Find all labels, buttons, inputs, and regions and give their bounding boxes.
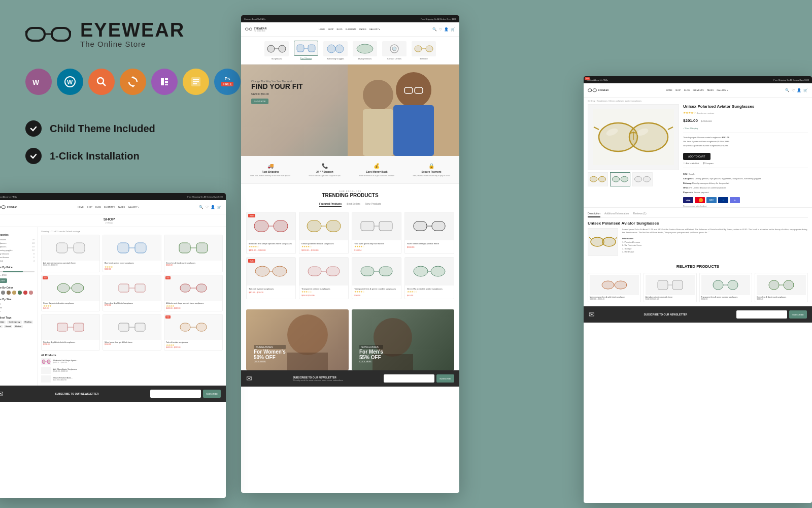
- user-icon[interactable]: 👤: [211, 205, 215, 209]
- all-product-item: Anti Glare Aviator Sunglasses$340.00 - $…: [41, 367, 223, 374]
- detail-email-input[interactable]: [736, 310, 787, 319]
- svg-rect-110: [47, 360, 50, 364]
- product-price: $100.94: [354, 249, 399, 251]
- tag[interactable]: Round: [4, 325, 12, 328]
- refresh-plugin-icon: [120, 69, 146, 95]
- detail-search-icon[interactable]: 🔍: [785, 88, 790, 92]
- feat-shipping: 🚚 Fast Shipping Free, fast, reliable del…: [250, 163, 290, 177]
- desc-product-img: [588, 228, 618, 256]
- color-red[interactable]: [23, 291, 27, 295]
- detail-logo: EYEWEAR: [588, 88, 608, 93]
- color-brown[interactable]: [7, 291, 11, 295]
- tab-description[interactable]: Description: [588, 212, 600, 217]
- shop-product: Sale Tad onfit aviator sunglasses★★★★$40…: [164, 314, 223, 351]
- product-image: [405, 212, 454, 240]
- svg-rect-33: [308, 45, 315, 52]
- price-section-title: Filter By Price: [0, 266, 35, 269]
- tag[interactable]: Filter: [0, 325, 3, 328]
- svg-rect-46: [393, 105, 434, 156]
- subscribe-button[interactable]: SUBSCRIBE: [436, 374, 454, 383]
- cart-icon[interactable]: 🛒: [451, 27, 455, 31]
- search-icon[interactable]: 🔍: [199, 205, 204, 209]
- products-grid: Sale Multicolor and shape specials frame…: [246, 212, 454, 299]
- tag[interactable]: Cartridge: [0, 321, 6, 324]
- detail-subscribe-button[interactable]: SUBSCRIBE: [789, 310, 807, 319]
- svg-rect-106: [180, 323, 190, 331]
- mens-banner[interactable]: SUNGLASSES For Men's 55% OFF CLICK HERE: [352, 309, 454, 370]
- shop-subscribe-button[interactable]: SUBSCRIBE: [203, 390, 221, 398]
- all-product-item: Unisex Polarised Aviat...$41.00 to $30.0…: [41, 375, 223, 383]
- check-icon-1: [25, 120, 42, 137]
- user-icon[interactable]: 👤: [444, 27, 449, 31]
- product-meta: SKU: Sungl... Categories: Driving glasse…: [683, 168, 808, 194]
- sidebar-cat[interactable]: Fun glasses 18: [0, 245, 35, 248]
- svg-point-40: [392, 47, 396, 51]
- tab-featured[interactable]: Featured Products: [319, 202, 342, 207]
- shop-email-input[interactable]: [150, 390, 201, 398]
- wishlist-icon[interactable]: ♡: [439, 27, 442, 31]
- tag[interactable]: Modern: [14, 325, 23, 328]
- desc-product-title: Unisex Polarised Aviator Sunglasses: [588, 221, 808, 226]
- cat-branded[interactable]: Branded: [411, 41, 436, 60]
- sidebar-cat[interactable]: Branded 4: [0, 259, 35, 263]
- cart-icon[interactable]: 🛒: [217, 205, 222, 209]
- tab-additional-info[interactable]: Additional Information: [604, 212, 629, 217]
- svg-rect-139: [713, 280, 723, 290]
- detail-user-icon[interactable]: 👤: [797, 88, 801, 92]
- svg-marker-10: [131, 76, 135, 78]
- color-gray[interactable]: [1, 291, 5, 295]
- detail-cart-icon[interactable]: 🛒: [803, 88, 808, 92]
- sidebar-cat[interactable]: Diving Glasses 8: [0, 252, 35, 256]
- email-input[interactable]: [384, 374, 434, 383]
- cat-contacts[interactable]: Contact Lenses: [382, 41, 407, 60]
- cat-swimming[interactable]: Swimming Goggles: [323, 41, 348, 60]
- thumb-3[interactable]: [632, 172, 653, 186]
- search-icon[interactable]: 🔍: [432, 27, 437, 31]
- shop-product: Blue lens & golden round sunglasses★★★★$…: [103, 235, 161, 272]
- sidebar-cat[interactable]: Eye glasses 24: [0, 241, 35, 245]
- color-pink[interactable]: [29, 291, 33, 295]
- secure-payment-icon: 🔒: [428, 163, 434, 169]
- cat-diving[interactable]: Diving Glasses: [352, 41, 378, 60]
- cat-eyeglasses[interactable]: Eye Glasses: [293, 41, 319, 60]
- hero-title: FIND YOUR FIT: [251, 83, 303, 90]
- womens-banner[interactable]: SUNGLASSES For Women's 50% OFF CLICK HER…: [246, 309, 349, 370]
- tab-reviews[interactable]: Reviews (1): [633, 212, 646, 217]
- thumb-1[interactable]: [588, 172, 608, 186]
- product-options: Tinted opaque & brown coated sunglasses …: [683, 133, 808, 147]
- svg-rect-60: [414, 221, 427, 231]
- product-name: Silver frame clear gls & black frame: [407, 242, 452, 245]
- sidebar-cat[interactable]: Swimming goggles 12: [0, 248, 35, 252]
- center-nav-menu: HOME SHOP BLOG ELEMENTS PAGES GALLERY ▾: [319, 28, 380, 30]
- size-large[interactable]: Large: [0, 309, 35, 313]
- wishlist-icon[interactable]: ♡: [206, 205, 209, 209]
- wishlist-add-button[interactable]: ♡ Add to Wishlist: [683, 162, 699, 165]
- svg-rect-107: [196, 323, 207, 331]
- sidebar-cat[interactable]: Sunglasses 28: [0, 238, 35, 241]
- sidebar-cat[interactable]: Contact lenses 6: [0, 256, 35, 259]
- detail-wishlist-icon[interactable]: ♡: [792, 88, 795, 92]
- cat-sunglasses[interactable]: Sunglasses: [264, 41, 289, 60]
- product-images: [588, 104, 679, 207]
- color-gold[interactable]: [12, 291, 16, 295]
- detail-email-icon: ✉: [589, 310, 595, 319]
- svg-rect-12: [161, 78, 164, 85]
- tag[interactable]: Contemporary: [7, 321, 21, 324]
- add-to-cart-button[interactable]: ADD TO CART: [683, 153, 710, 160]
- tag[interactable]: Reading: [23, 321, 33, 324]
- thumb-2[interactable]: [610, 172, 630, 186]
- svg-point-129: [591, 237, 604, 246]
- tab-new[interactable]: New Products: [365, 202, 381, 207]
- color-green[interactable]: [18, 291, 22, 295]
- shop-product: Anti glare cat eye across spectacle fram…: [41, 235, 100, 272]
- shop-now-button[interactable]: SHOP NOW: [251, 99, 268, 104]
- compare-button[interactable]: ⇄ Compare: [703, 162, 714, 165]
- svg-rect-137: [672, 280, 683, 290]
- product-card: Unisex polarised aviator sunglasses ★★★★…: [299, 212, 349, 254]
- svg-rect-83: [74, 243, 85, 253]
- size-normal[interactable]: Normal: [0, 306, 35, 309]
- tab-bestsellers[interactable]: Best Sellers: [347, 202, 360, 207]
- size-small[interactable]: Small: [0, 302, 35, 306]
- svg-point-35: [327, 45, 335, 53]
- filter-button[interactable]: FILTER: [0, 278, 7, 283]
